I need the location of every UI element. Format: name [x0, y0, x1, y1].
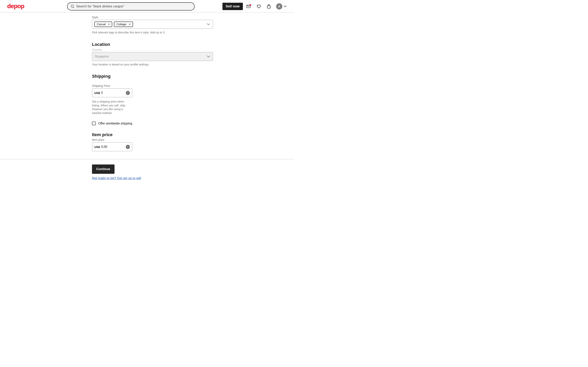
shipping-heading: Shipping [92, 74, 213, 79]
worldwide-shipping-label[interactable]: Offer worldwide shipping [98, 122, 132, 125]
currency-prefix: US$ [94, 145, 100, 149]
currency-prefix: US$ [94, 91, 100, 95]
header-actions: Sell now A [223, 0, 287, 13]
style-tag-label: Casual [97, 23, 106, 26]
get-set-up-to-sell-link[interactable]: Not ready to list? Get set up to sell [92, 176, 141, 180]
item-price-input[interactable] [101, 145, 125, 149]
search-icon [70, 4, 75, 8]
chevron-down-icon [207, 23, 210, 25]
worldwide-shipping-checkbox[interactable] [92, 122, 96, 125]
chevron-down-icon [284, 5, 287, 7]
item-price-field[interactable]: US$ ✕ [92, 142, 132, 151]
style-tag-casual[interactable]: Casual ✕ [94, 22, 112, 27]
form-footer: Continue Not ready to list? Get set up t… [0, 159, 294, 184]
depop-logo[interactable]: depop [7, 3, 24, 10]
depop-listing-page: depop Sell now [0, 0, 294, 184]
search-input[interactable] [76, 4, 191, 8]
listing-form: Style Casual ✕ Cottage ✕ Pick relevant t… [92, 13, 213, 151]
clear-icon: ✕ [127, 92, 129, 94]
worldwide-shipping-row: Offer worldwide shipping [92, 122, 213, 125]
location-heading: Location [92, 42, 213, 47]
shipping-price-label: Shipping Price [92, 84, 213, 87]
clear-input-button[interactable]: ✕ [126, 91, 130, 95]
continue-button[interactable]: Continue [92, 165, 114, 174]
style-label: Style [92, 16, 213, 19]
avatar[interactable]: A [276, 3, 282, 9]
shipping-price-field[interactable]: US$ ✕ [92, 88, 132, 97]
style-helper-text: Pick relevant tags to describe this item… [92, 31, 213, 34]
style-tag-cottage[interactable]: Cottage ✕ [114, 22, 133, 27]
country-label: Country [92, 48, 213, 51]
clear-icon: ✕ [127, 146, 129, 148]
style-select[interactable]: Casual ✕ Cottage ✕ [92, 20, 213, 29]
header: depop Sell now [0, 0, 294, 13]
remove-tag-icon[interactable]: ✕ [129, 23, 131, 25]
remove-tag-icon[interactable]: ✕ [108, 23, 110, 25]
messages-icon[interactable] [246, 4, 251, 9]
sell-now-button[interactable]: Sell now [223, 3, 243, 10]
shipping-helper-text: Set a shipping price when listing. When … [92, 100, 127, 115]
shopping-bag-icon [266, 4, 271, 9]
saved-items-icon[interactable] [256, 4, 261, 9]
envelope-icon [246, 4, 251, 9]
item-price-label: Item price [92, 138, 213, 141]
heart-icon [256, 4, 261, 9]
location-helper-text: Your location is based on your profile s… [92, 63, 213, 67]
country-select[interactable]: Singapore [92, 52, 213, 61]
account-menu[interactable]: A [276, 3, 287, 9]
item-price-heading: Item price [92, 132, 213, 137]
country-value: Singapore [95, 55, 109, 58]
clear-input-button[interactable]: ✕ [126, 145, 130, 149]
shipping-price-input[interactable] [101, 91, 125, 95]
chevron-down-icon [207, 56, 210, 58]
notification-dot [250, 4, 251, 6]
search-bar[interactable] [67, 2, 195, 10]
style-tag-label: Cottage [116, 23, 126, 26]
bag-icon[interactable] [266, 4, 271, 9]
